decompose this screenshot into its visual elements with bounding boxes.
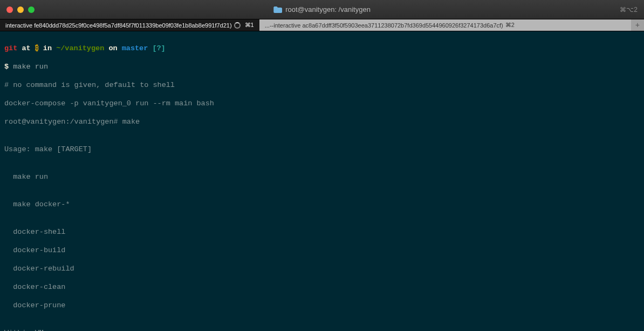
prompt-in: in <box>43 44 52 52</box>
tab-shortcut: ⌘2 <box>505 22 515 29</box>
tab-active[interactable]: interactive fe840ddd78d25c9f0ce498f5a7df… <box>0 19 259 31</box>
window-titlebar: root@vanitygen: /vanitygen ⌘⌥2 <box>0 0 644 19</box>
tab-shortcut: ⌘1 <box>245 22 254 29</box>
bitcoin-icon: ₿ <box>35 44 39 52</box>
prompt-path: ~/vanitygen <box>56 44 104 52</box>
tab-inactive[interactable]: ...--interactive ac8a67ddff3f50f5903eea3… <box>259 19 631 31</box>
prompt-on: on <box>108 44 117 52</box>
prompt-branch: master <box>122 44 148 52</box>
prompt-at: at <box>22 44 30 52</box>
panel-indicator: ⌘⌥2 <box>620 6 638 13</box>
output-line: Within VM: <box>4 328 640 331</box>
tab-label: interactive fe840ddd78d25c9f0ce498f5a7df… <box>5 22 232 29</box>
prompt-dollar: $ <box>4 63 9 71</box>
output-line: docker-rebuild <box>4 264 640 273</box>
maximize-window-button[interactable] <box>28 6 35 13</box>
new-tab-button[interactable]: + <box>631 19 644 31</box>
output-line: docker-build <box>4 246 640 255</box>
output-line: root@vanitygen:/vanitygen# make <box>4 117 640 126</box>
folder-icon <box>273 6 282 13</box>
minimize-window-button[interactable] <box>17 6 24 13</box>
output-line: docker-prune <box>4 301 640 310</box>
traffic-lights <box>6 6 35 13</box>
window-title-text: root@vanitygen: /vanitygen <box>285 5 371 13</box>
output-line: make docker-* <box>4 200 640 209</box>
output-line: docker-clean <box>4 282 640 292</box>
window-title: root@vanitygen: /vanitygen <box>273 5 371 13</box>
close-window-button[interactable] <box>6 6 13 13</box>
output-line: Usage: make [TARGET] <box>4 145 640 154</box>
spinner-icon <box>234 22 241 29</box>
prompt-line: git at ₿ in ~/vanitygen on master [?] <box>4 44 640 53</box>
tab-bar: interactive fe840ddd78d25c9f0ce498f5a7df… <box>0 19 644 31</box>
output-line: # no command is given, default to shell <box>4 80 640 90</box>
output-line: docker-compose -p vanitygen_0 run --rm m… <box>4 99 640 108</box>
output-line: make run <box>4 172 640 181</box>
command-text: make run <box>13 63 48 71</box>
tab-label: ...--interactive ac8a67ddff3f50f5903eea3… <box>265 22 503 29</box>
command-line: $ make run <box>4 62 640 71</box>
terminal-content[interactable]: git at ₿ in ~/vanitygen on master [?] $ … <box>0 31 644 331</box>
output-line: docker-shell <box>4 227 640 237</box>
prompt-git: git <box>4 44 17 52</box>
prompt-status: [?] <box>152 44 165 52</box>
